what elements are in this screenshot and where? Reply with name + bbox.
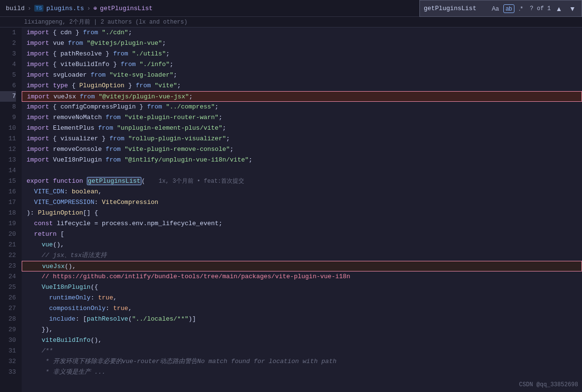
- line-num-13: 13: [0, 155, 16, 165]
- breadcrumb-sep-2: ›: [87, 5, 91, 12]
- line-num-19: 19: [0, 218, 16, 229]
- code-container: 1 2 3 4 5 6 7 8 9 10 11 12 13 14 15 16 1…: [0, 27, 582, 392]
- breadcrumb-func-icon: ⊕: [94, 5, 97, 12]
- line-num-12: 12: [0, 144, 16, 155]
- code-line-4[interactable]: import { viteBuildInfo } from "./info";: [22, 59, 582, 70]
- code-line-24[interactable]: // https://github.com/intlify/bundle-too…: [22, 271, 582, 282]
- line-num-22: 22: [0, 250, 16, 261]
- code-line-26[interactable]: runtimeOnly: true,: [22, 293, 582, 303]
- code-lines: import { cdn } from "./cdn"; import vue …: [22, 27, 582, 392]
- blame-text: lixiangpeng, 2个月前 | 2 authors (lx and ot…: [24, 18, 187, 26]
- code-line-22[interactable]: // jsx、tsx语法支持: [22, 250, 582, 261]
- code-line-12[interactable]: import removeConsole from "vite-plugin-r…: [22, 144, 582, 155]
- blame-line: lixiangpeng, 2个月前 | 2 authors (lx and ot…: [0, 17, 582, 27]
- breadcrumb-bar: build › TS plugins.ts › ⊕ getPluginsList…: [0, 0, 582, 17]
- code-line-11[interactable]: import { visualizer } from "rollup-plugi…: [22, 134, 582, 144]
- code-line-13[interactable]: import VueI18nPlugin from "@intlify/unpl…: [22, 155, 582, 165]
- line-num-25: 25: [0, 282, 16, 293]
- code-line-29[interactable]: }),: [22, 324, 582, 335]
- search-whole-word[interactable]: ab: [503, 4, 514, 13]
- code-line-9[interactable]: import removeNoMatch from "vite-plugin-r…: [22, 112, 582, 123]
- breadcrumb-ts-icon: TS: [34, 5, 43, 12]
- code-line-19[interactable]: const lifecycle = process.env.npm_lifecy…: [22, 218, 582, 229]
- code-line-17[interactable]: VITE_COMPRESSION: ViteCompression: [22, 197, 582, 208]
- line-num-17: 17: [0, 197, 16, 208]
- breadcrumb-sep-1: ›: [28, 5, 31, 12]
- code-line-30[interactable]: viteBuildInfo(),: [22, 335, 582, 346]
- code-line-5[interactable]: import svgLoader from "vite-svg-loader";: [22, 70, 582, 81]
- breadcrumb-build[interactable]: build: [6, 5, 25, 12]
- search-options: Aa ab .*: [489, 4, 525, 13]
- line-num-3: 3: [0, 49, 16, 59]
- line-num-2: 2: [0, 38, 16, 49]
- line-num-5: 5: [0, 70, 16, 81]
- line-num-7: 7: [0, 91, 16, 102]
- code-line-2[interactable]: import vue from "@vitejs/plugin-vue";: [22, 38, 582, 49]
- line-num-24: 24: [0, 271, 16, 282]
- line-num-8: 8: [0, 102, 16, 112]
- line-num-31: 31: [0, 346, 16, 356]
- breadcrumb-func[interactable]: getPluginsList: [100, 5, 152, 12]
- line-num-26: 26: [0, 293, 16, 303]
- line-num-14: 14: [0, 165, 16, 176]
- line-num-1: 1: [0, 27, 16, 38]
- line-num-10: 10: [0, 123, 16, 134]
- code-line-21[interactable]: vue(),: [22, 240, 582, 250]
- line-num-29: 29: [0, 324, 16, 335]
- search-bar: Aa ab .* ? of 1 ▲ ▼: [419, 0, 582, 17]
- code-line-20[interactable]: return [: [22, 229, 582, 240]
- line-num-23: 23: [0, 261, 16, 271]
- line-num-33: 33: [0, 367, 16, 378]
- code-line-10[interactable]: import ElementPlus from "unplugin-elemen…: [22, 123, 582, 134]
- search-count: ? of 1: [530, 5, 551, 12]
- line-num-32: 32: [0, 356, 16, 367]
- search-input[interactable]: [424, 5, 486, 12]
- line-num-6: 6: [0, 81, 16, 91]
- code-line-31[interactable]: /**: [22, 346, 582, 356]
- line-num-21: 21: [0, 240, 16, 250]
- code-line-33[interactable]: * 非义项是生产 ...: [22, 367, 582, 378]
- code-line-6[interactable]: import type { PluginOption } from "vite"…: [22, 81, 582, 91]
- line-num-16: 16: [0, 187, 16, 197]
- line-num-4: 4: [0, 59, 16, 70]
- watermark-text: CSDN @qq_33852698: [519, 381, 578, 388]
- line-num-20: 20: [0, 229, 16, 240]
- line-num-15: 15: [0, 176, 16, 187]
- code-line-1[interactable]: import { cdn } from "./cdn";: [22, 27, 582, 38]
- search-regex[interactable]: .*: [516, 4, 525, 13]
- search-case-sensitive[interactable]: Aa: [489, 4, 501, 13]
- line-numbers: 1 2 3 4 5 6 7 8 9 10 11 12 13 14 15 16 1…: [0, 27, 22, 392]
- line-num-11: 11: [0, 134, 16, 144]
- line-num-27: 27: [0, 303, 16, 314]
- line-num-9: 9: [0, 112, 16, 123]
- code-line-18[interactable]: ): PluginOption[] {: [22, 208, 582, 218]
- line-num-30: 30: [0, 335, 16, 346]
- code-line-7[interactable]: import vueJsx from "@vitejs/plugin-vue-j…: [22, 91, 582, 102]
- line-num-28: 28: [0, 314, 16, 324]
- breadcrumb-plugins-ts[interactable]: plugins.ts: [46, 5, 84, 12]
- code-line-23[interactable]: vueJsx(),: [22, 261, 582, 271]
- search-prev-button[interactable]: ▲: [554, 4, 564, 14]
- code-line-3[interactable]: import { pathResolve } from "./utils";: [22, 49, 582, 59]
- code-line-15[interactable]: export function getPluginsList( 1x, 3个月前…: [22, 176, 582, 187]
- watermark: CSDN @qq_33852698: [519, 381, 578, 388]
- code-line-32[interactable]: * 开发环境下移除非必要的vue-router动态路由警告No match fo…: [22, 356, 582, 367]
- code-line-25[interactable]: VueI18nPlugin({: [22, 282, 582, 293]
- code-line-8[interactable]: import { configCompressPlugin } from "..…: [22, 102, 582, 112]
- code-line-27[interactable]: compositionOnly: true,: [22, 303, 582, 314]
- line-num-18: 18: [0, 208, 16, 218]
- code-line-14[interactable]: [22, 165, 582, 176]
- search-next-button[interactable]: ▼: [567, 4, 578, 14]
- code-line-16[interactable]: VITE_CDN: boolean,: [22, 187, 582, 197]
- code-line-28[interactable]: include: [pathResolve("../locales/**")]: [22, 314, 582, 324]
